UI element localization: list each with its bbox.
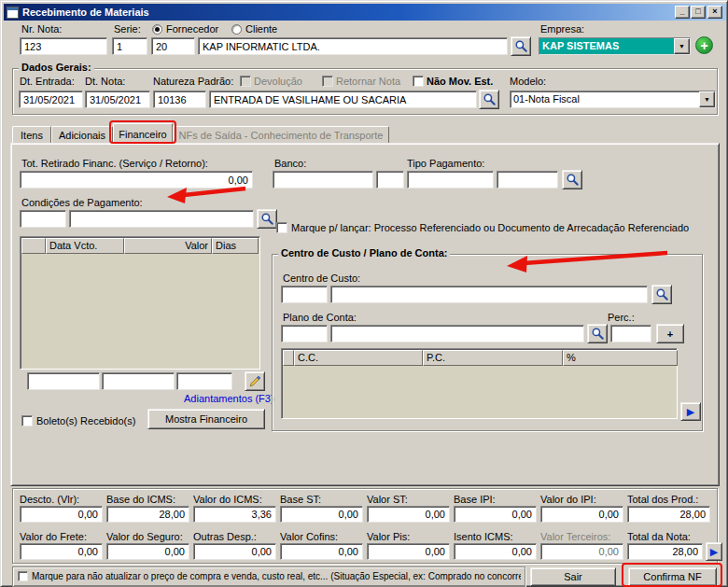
total-nota-advance-button[interactable]: ▶ [706,542,722,561]
tipo-pagamento-search-button[interactable] [562,170,582,189]
parcelas-col-valor: Valor [124,238,212,254]
centro-custo-codigo-input[interactable] [281,286,328,303]
mostra-financeiro-button[interactable]: Mostra Financeiro [147,409,265,429]
valor-pis-input[interactable] [367,543,450,560]
tipo-pagamento-descricao-input[interactable] [497,171,558,189]
outras-desp-input[interactable] [193,543,276,560]
confirma-nf-button[interactable]: Confirma NF [628,567,717,586]
serie-input[interactable] [112,37,147,55]
fornecedor-search-button[interactable] [511,36,531,56]
parcelas-col-dias: Dias [212,238,259,254]
dt-nota-label: Dt. Nota: [85,76,125,87]
parcela-dias-input[interactable] [176,372,232,390]
natureza-padrao-label: Natureza Padrão: [153,76,233,87]
dt-nota-input[interactable] [85,91,150,108]
devolucao-checkbox [240,76,251,87]
banco-agencia-input[interactable] [376,171,404,189]
total-prod-input[interactable] [627,506,710,523]
chevron-down-icon[interactable]: ▼ [699,91,715,107]
base-st-label: Base ST: [280,494,321,505]
tab-itens[interactable]: Itens [12,126,51,143]
plano-conta-search-button[interactable] [587,324,608,343]
total-prod-label: Total dos Prod.: [627,494,698,505]
cliente-radio-label[interactable]: Cliente [245,23,277,35]
fornecedor-radio-label[interactable]: Fornecedor [166,23,218,35]
rateio-advance-button[interactable]: ▶ [680,402,701,421]
valor-cofins-input[interactable] [280,543,363,560]
special-situation-checkbox-label[interactable]: Marque para não atualizar o preço de com… [32,571,521,581]
tot-retirado-input[interactable] [20,171,253,189]
valor-icms-label: Valor do ICMS: [193,494,262,505]
descto-input[interactable] [20,506,103,523]
fornecedor-nome-input[interactable] [198,37,508,55]
plano-de-conta-label: Plano de Conta: [283,312,357,323]
perc-input[interactable] [610,325,651,342]
fornecedor-radio[interactable] [152,24,162,35]
chevron-down-icon[interactable]: ▼ [674,38,690,54]
valor-ipi-label: Valor do IPI: [540,494,596,505]
empresa-value: KAP SISTEMAS [539,38,674,54]
valor-st-input[interactable] [367,506,450,523]
close-button[interactable]: × [707,6,722,19]
centro-custo-search-button[interactable] [651,285,672,304]
sair-button[interactable]: Sair [530,567,616,586]
valor-seguro-input[interactable] [106,543,189,560]
boleto-recebido-checkbox[interactable] [21,415,33,426]
condicoes-codigo-input[interactable] [20,210,66,228]
banco-input[interactable] [273,171,373,189]
search-icon [483,92,497,106]
base-ipi-label: Base IPI: [454,494,496,505]
add-empresa-button[interactable]: + [695,36,713,54]
valor-icms-input[interactable] [193,506,276,523]
adiantamentos-link[interactable]: Adiantamentos (F3) [184,393,274,404]
condicoes-search-button[interactable] [257,209,277,229]
modelo-combobox[interactable]: 01-Nota Fiscal ▼ [510,91,716,108]
parcela-valor-input[interactable] [102,372,175,390]
boleto-recebido-checkbox-label[interactable]: Boleto(s) Recebido(s) [36,415,135,426]
retornar-nota-checkbox-label: Retornar Nota [336,76,400,87]
total-nota-input[interactable] [627,543,703,560]
plano-conta-codigo-input[interactable] [281,325,328,342]
natureza-codigo-input[interactable] [153,91,206,108]
condicoes-descricao-input[interactable] [69,210,254,228]
tab-adicionais[interactable]: Adicionais [51,126,113,143]
nao-mov-est-checkbox[interactable] [413,76,424,87]
minimize-button[interactable]: _ [675,6,690,19]
parcelas-grid[interactable]: Data Vcto. Valor Dias [20,236,260,370]
base-icms-input[interactable] [106,506,189,523]
centro-custo-descricao-input[interactable] [330,286,648,303]
tab-financeiro[interactable]: Financeiro [113,123,173,144]
edit-parcela-button[interactable] [245,371,265,391]
maximize-button[interactable]: □ [691,6,706,19]
empresa-combobox[interactable]: KAP SISTEMAS ▼ [539,37,691,55]
dt-entrada-input[interactable] [19,91,83,108]
window-title: Recebimento de Materiais [22,7,726,18]
nr-nota-input[interactable] [20,37,107,55]
rateio-grid[interactable]: C.C. P.C. % [281,348,678,419]
parcelas-col-data-vcto: Data Vcto. [46,238,124,254]
processo-referenciado-checkbox-label[interactable]: Marque p/ lançar: Processo Referenciado … [291,222,689,233]
special-situation-checkbox[interactable] [18,571,28,581]
base-icms-label: Base do ICMS: [106,494,175,505]
add-rateio-button[interactable]: + [656,324,684,343]
subserie-input[interactable] [151,37,195,55]
isento-icms-input[interactable] [454,543,537,560]
valor-ipi-input[interactable] [540,506,623,523]
centro-de-custo-label: Centro de Custo: [283,273,360,284]
condicoes-pagamento-label: Condições de Pagamento: [21,197,143,208]
natureza-search-button[interactable] [479,90,499,109]
base-ipi-input[interactable] [454,506,537,523]
nao-mov-est-checkbox-label[interactable]: Não Mov. Est. [427,76,493,87]
tipo-pagamento-codigo-input[interactable] [407,171,494,189]
outras-desp-label: Outras Desp.: [193,531,257,542]
valor-frete-input[interactable] [20,543,103,560]
base-st-input[interactable] [280,506,363,523]
plano-conta-descricao-input[interactable] [330,325,584,342]
parcelas-col-selector [21,238,46,254]
parcela-data-input[interactable] [27,372,100,390]
cliente-radio[interactable] [231,24,242,35]
dt-entrada-label: Dt. Entrada: [20,76,75,87]
banco-label: Banco: [274,158,306,169]
processo-referenciado-checkbox[interactable] [276,222,287,233]
natureza-descricao-input[interactable] [209,91,477,108]
